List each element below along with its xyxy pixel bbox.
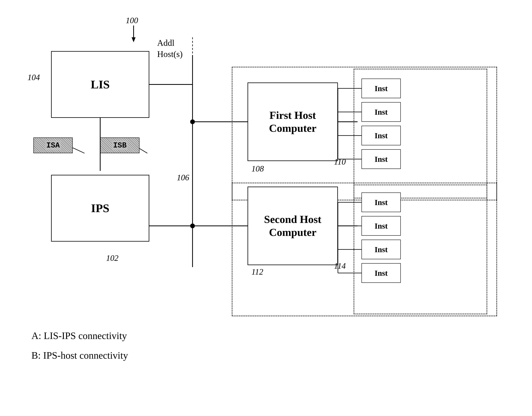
lis-box: LIS bbox=[51, 51, 149, 118]
ref-110: 110 bbox=[334, 157, 346, 167]
legend-a: A: LIS-IPS connectivity bbox=[31, 330, 127, 341]
inst-box-1-3: Inst bbox=[361, 126, 401, 145]
dot-top bbox=[190, 119, 195, 124]
ref-108: 108 bbox=[251, 164, 264, 173]
dot-bottom bbox=[190, 224, 195, 228]
ref-106: 106 bbox=[177, 173, 189, 182]
ref-104: 104 bbox=[28, 73, 40, 82]
ref-112: 112 bbox=[251, 267, 263, 276]
diagram-container: 100 Addl Host(s) 104 LIS ISA ISB 102 IPS… bbox=[16, 12, 517, 385]
ref-114: 114 bbox=[334, 261, 346, 271]
addl-hosts-label: Addl Host(s) bbox=[157, 37, 183, 60]
second-host-box: Second Host Computer bbox=[247, 187, 338, 265]
inst-box-1-2: Inst bbox=[361, 102, 401, 122]
inst-box-2-3: Inst bbox=[361, 240, 401, 259]
isa-box: ISA bbox=[33, 137, 73, 153]
svg-marker-12 bbox=[132, 37, 135, 42]
inst-box-2-1: Inst bbox=[361, 192, 401, 212]
inst-box-2-2: Inst bbox=[361, 216, 401, 236]
ips-box: IPS bbox=[51, 175, 149, 242]
inst-box-1-1: Inst bbox=[361, 79, 401, 98]
ref-102: 102 bbox=[106, 253, 118, 263]
first-host-box: First Host Computer bbox=[247, 83, 338, 161]
inst-box-1-4: Inst bbox=[361, 149, 401, 169]
legend-b: B: IPS-host connectivity bbox=[31, 350, 128, 361]
ref-100: 100 bbox=[126, 16, 138, 25]
inst-box-2-4: Inst bbox=[361, 263, 401, 283]
isb-box: ISB bbox=[100, 137, 140, 153]
